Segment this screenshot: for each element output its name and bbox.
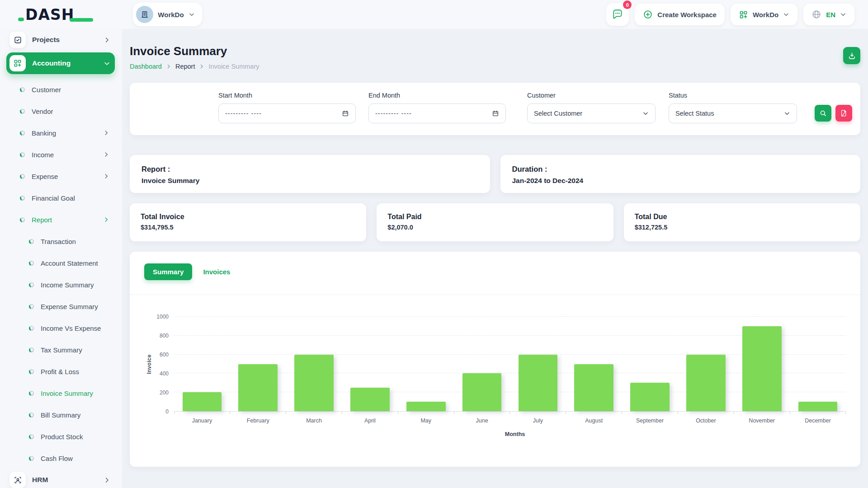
chart-bar-march[interactable] [294, 355, 334, 411]
chart-bar-november[interactable] [742, 326, 782, 411]
chart-bar-slot [342, 317, 398, 411]
checkbox-icon [9, 32, 26, 48]
bullet-icon [29, 282, 34, 287]
total-invoice-card: Total Invoice $314,795.5 [130, 203, 366, 241]
search-button[interactable] [815, 105, 831, 122]
sidebar-item-vendor[interactable]: Vendor [6, 100, 115, 122]
chart-bar-slot [510, 317, 566, 411]
globe-icon [811, 9, 821, 19]
sidebar-item-income-summary[interactable]: Income Summary [6, 274, 115, 296]
divider [130, 295, 860, 295]
create-workspace-button[interactable]: Create Workspace [635, 4, 725, 25]
bullet-icon [20, 131, 25, 136]
customer-select[interactable]: Select Customer [527, 103, 656, 123]
sidebar-item-expense-summary[interactable]: Expense Summary [6, 296, 115, 317]
customer-select-value: Select Customer [534, 110, 582, 117]
total-paid-card: Total Paid $2,070.0 [377, 203, 613, 241]
sidebar-item-income-vs-expense[interactable]: Income Vs Expense [6, 317, 115, 339]
sidebar-item-report[interactable]: Report [6, 209, 115, 230]
end-month-input[interactable]: --------- ---- [368, 103, 506, 123]
reset-button[interactable] [835, 105, 852, 122]
logo-dot-accent [18, 18, 24, 21]
search-icon [819, 109, 827, 117]
bullet-icon [29, 326, 34, 331]
start-month-input[interactable]: --------- ---- [218, 103, 356, 123]
sidebar-item-profit-loss[interactable]: Profit & Loss [6, 361, 115, 382]
chart-bar-april[interactable] [350, 388, 390, 411]
page-title: Invoice Summary [130, 44, 259, 58]
chart-bar-slot [454, 317, 510, 411]
chart-bar-october[interactable] [686, 355, 726, 411]
breadcrumb-dashboard[interactable]: Dashboard [130, 63, 162, 70]
sidebar-item-account-statement[interactable]: Account Statement [6, 252, 115, 274]
status-select[interactable]: Select Status [669, 103, 797, 123]
sidebar-item-hrm[interactable]: HRM [6, 469, 115, 488]
chevron-down-icon [642, 110, 649, 117]
chart-bar-slot [678, 317, 734, 411]
file-slash-icon [840, 109, 848, 117]
chart-x-tick-label: November [734, 418, 790, 424]
tabs: Summary Invoices [144, 263, 846, 280]
sidebar-item-tax-summary[interactable]: Tax Summary [6, 339, 115, 361]
breadcrumb: Dashboard Report Invoice Summary [130, 63, 259, 70]
bullet-icon [20, 87, 25, 92]
chart-bar-slot [174, 317, 230, 411]
bullet-icon [20, 109, 25, 114]
chart-bar-august[interactable] [574, 364, 613, 412]
language-label: EN [826, 11, 835, 19]
bullet-icon [29, 261, 34, 266]
chart-bar-slot [734, 317, 790, 411]
chart-bar-july[interactable] [519, 355, 558, 411]
stat-label: Total Invoice [141, 213, 355, 221]
sidebar-item-cash-flow[interactable]: Cash Flow [6, 447, 115, 469]
chart-bar-slot [398, 317, 454, 411]
language-button[interactable]: EN [803, 4, 854, 25]
topbar: DASH WorkDo [0, 0, 868, 29]
invoice-bar-chart: Invoice 02004006008001000 JanuaryFebruar… [144, 317, 846, 437]
download-button[interactable] [843, 47, 860, 64]
hrm-icon [9, 472, 26, 488]
chart-bar-september[interactable] [630, 383, 670, 411]
sidebar-item-label: Projects [32, 36, 97, 44]
sidebar-item-financial-goal[interactable]: Financial Goal [6, 187, 115, 209]
chart-x-tick-label: October [678, 418, 734, 424]
chart-bar-january[interactable] [183, 392, 222, 411]
tab-invoices[interactable]: Invoices [196, 263, 237, 280]
chart-x-tick-label: January [174, 418, 230, 424]
workspace-switcher[interactable]: WorkDo [133, 3, 202, 26]
sidebar-item-projects[interactable]: Projects [6, 29, 115, 51]
sidebar-item-income[interactable]: Income [6, 144, 115, 165]
chart-y-axis-title: Invoice [144, 317, 154, 412]
sidebar-item-banking[interactable]: Banking [6, 122, 115, 144]
calendar-icon[interactable] [492, 110, 499, 117]
chart-bar-slot [622, 317, 678, 411]
workdo-menu-button[interactable]: WorkDo [731, 4, 797, 25]
chart-bar-slot [230, 317, 286, 411]
sidebar-item-label: HRM [32, 476, 97, 484]
download-icon [848, 52, 856, 60]
messages-button[interactable]: 0 [606, 3, 629, 26]
chart-bar-december[interactable] [798, 402, 838, 411]
report-card-title: Report : [142, 165, 478, 174]
chart-bar-february[interactable] [238, 364, 278, 412]
plus-circle-icon [643, 9, 653, 19]
sidebar-item-product-stock[interactable]: Product Stock [6, 426, 115, 447]
sidebar-item-bill-summary[interactable]: Bill Summary [6, 404, 115, 426]
breadcrumb-report[interactable]: Report [175, 63, 195, 70]
chart-bar-slot [286, 317, 342, 411]
chart-bar-may[interactable] [406, 402, 446, 411]
sidebar-item-expense[interactable]: Expense [6, 165, 115, 187]
dash-logo[interactable]: DASH [18, 6, 90, 23]
sidebar-item-invoice-summary[interactable]: Invoice Summary [6, 382, 115, 404]
main-content: Invoice Summary Dashboard Report Invoice… [122, 29, 868, 488]
calendar-icon[interactable] [342, 110, 349, 117]
sidebar-item-transaction[interactable]: Transaction [6, 230, 115, 252]
start-month-label: Start Month [218, 92, 356, 99]
chevron-right-icon [103, 130, 109, 136]
chart-bar-june[interactable] [462, 373, 502, 411]
sidebar-item-accounting[interactable]: Accounting [6, 52, 115, 74]
sidebar-item-customer[interactable]: Customer [6, 79, 115, 100]
topbar-actions: 0 Create Workspace WorkDo [606, 3, 854, 26]
logo-dash-accent [70, 18, 93, 22]
tab-summary[interactable]: Summary [144, 263, 192, 280]
